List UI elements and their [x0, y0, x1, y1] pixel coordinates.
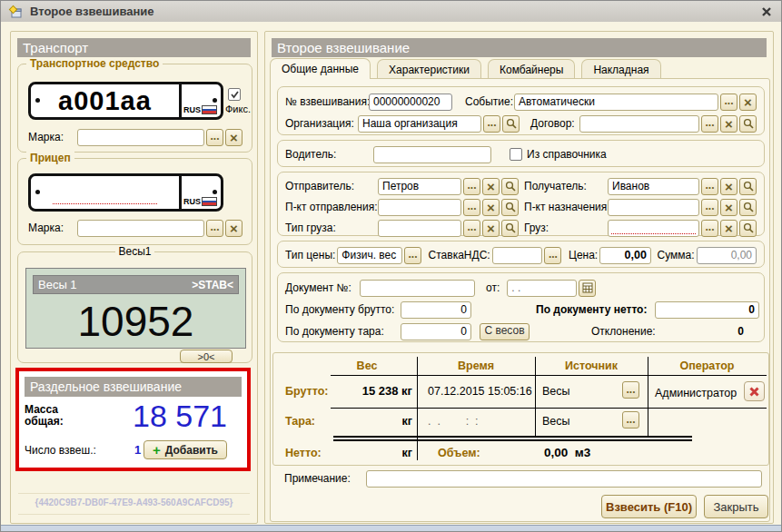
vehicle-brand-select-button[interactable]: ...	[206, 129, 223, 146]
cargo-type-input[interactable]	[378, 220, 461, 237]
organization-label: Организация:	[285, 117, 356, 130]
cargo-search-button[interactable]	[739, 220, 757, 237]
vehicle-plate-region: RUS	[179, 84, 221, 117]
close-icon	[761, 6, 772, 17]
cargo-type-clear-button[interactable]: ×	[482, 220, 500, 237]
deviation-value: 0	[737, 325, 744, 338]
departure-input[interactable]	[378, 199, 461, 216]
tab-general[interactable]: Общие данные	[270, 58, 371, 79]
weighing-number-input[interactable]: 00000000020	[369, 94, 452, 111]
price-type-input[interactable]: Физич. вес	[337, 247, 402, 264]
column-weight: Вес	[317, 360, 417, 372]
trailer-brand-input[interactable]	[77, 220, 204, 237]
departure-clear-button[interactable]: ×	[482, 199, 500, 216]
parties-groupbox: Отправитель: Петров ... × Получатель: Ив…	[277, 172, 765, 236]
contract-select-button[interactable]: ...	[701, 115, 718, 133]
receiver-input[interactable]: Иванов	[608, 178, 699, 195]
sender-clear-button[interactable]: ×	[482, 178, 500, 195]
volume-label: Объем:	[438, 447, 480, 459]
window-bottom-edge	[1, 525, 781, 531]
doc-net-input[interactable]: 0	[655, 301, 759, 319]
delete-gross-button[interactable]	[744, 381, 765, 401]
sender-select-button[interactable]: ...	[463, 178, 480, 195]
cargo-type-select-button[interactable]: ...	[463, 220, 480, 237]
close-form-button[interactable]: Закрыть	[704, 495, 768, 518]
organization-select-button[interactable]: ...	[483, 115, 500, 133]
organization-search-button[interactable]	[502, 115, 520, 133]
sum-input[interactable]: 0,00	[697, 247, 757, 264]
cargo-select-button[interactable]: ...	[701, 220, 718, 237]
doc-tare-input[interactable]: 0	[401, 323, 471, 340]
separate-weighing-box: Раздельное взвешивание Масса общая: 18 5…	[15, 368, 251, 471]
destination-clear-button[interactable]: ×	[720, 199, 737, 216]
driver-input[interactable]	[373, 146, 491, 163]
receiver-clear-button[interactable]: ×	[720, 178, 737, 195]
trailer-brand-label: Марка:	[28, 222, 75, 234]
destination-search-button[interactable]	[739, 199, 757, 216]
organization-input[interactable]: Наша организация	[358, 115, 481, 133]
magnifier-icon	[743, 202, 754, 212]
contract-search-button[interactable]	[739, 115, 757, 133]
tab-invoice[interactable]: Накладная	[581, 59, 660, 79]
contract-input[interactable]	[579, 115, 699, 133]
column-source: Источник	[535, 360, 648, 372]
document-date-label: от:	[486, 281, 500, 294]
receiver-search-button[interactable]	[739, 178, 757, 195]
total-divider	[333, 436, 692, 441]
departure-select-button[interactable]: ...	[463, 199, 480, 216]
trailer-brand-clear-button[interactable]: ×	[225, 220, 243, 237]
departure-search-button[interactable]	[501, 199, 519, 216]
tab-characteristics[interactable]: Характеристики	[377, 59, 481, 79]
form-guid: {4420C9B7-DB0F-47E9-A493-560A9CAFCD95}	[11, 498, 257, 507]
vat-select-button[interactable]: ...	[544, 247, 561, 264]
gross-weight: 15 238 кг	[317, 384, 412, 398]
document-date-input[interactable]: . .	[507, 280, 577, 297]
cargo-clear-button[interactable]: ×	[720, 220, 737, 237]
trailer-brand-select-button[interactable]: ...	[206, 220, 223, 237]
gross-source-select-button[interactable]: ...	[622, 381, 639, 399]
tare-source: Весы	[542, 415, 570, 428]
sender-search-button[interactable]	[501, 178, 519, 195]
scales-groupbox: Весы1 Весы 1 >STAB< 10952 >0<	[17, 251, 252, 363]
trailer-plate-input[interactable]: RUS	[28, 173, 223, 212]
cargo-type-search-button[interactable]	[501, 220, 519, 237]
add-weighing-button[interactable]: + Добавить	[144, 440, 227, 459]
destination-select-button[interactable]: ...	[701, 199, 718, 216]
vehicle-brand-input[interactable]	[77, 129, 204, 146]
document-date-calendar-button[interactable]	[579, 280, 596, 297]
sender-input[interactable]: Петров	[378, 178, 461, 195]
vehicle-plate-number: a001aa	[58, 86, 152, 116]
vat-input[interactable]	[492, 247, 543, 264]
doc-gross-input[interactable]: 0	[401, 301, 471, 319]
document-number-input[interactable]	[360, 280, 475, 297]
fixed-checkbox[interactable]	[228, 88, 241, 101]
cargo-input[interactable]	[608, 220, 699, 237]
tare-source-select-button[interactable]: ...	[622, 411, 639, 429]
scale-weight-value: 10952	[26, 294, 245, 348]
departure-label: П-кт отправления:	[285, 201, 376, 213]
from-catalog-checkbox[interactable]	[510, 148, 522, 161]
destination-input[interactable]	[608, 199, 699, 216]
weighing-count-label: Число взвеш.:	[25, 444, 96, 457]
weigh-button[interactable]: Взвесить (F10)	[601, 495, 697, 518]
price-type-select-button[interactable]: ...	[404, 247, 421, 264]
receiver-select-button[interactable]: ...	[701, 178, 718, 195]
vehicle-brand-clear-button[interactable]: ×	[225, 129, 243, 146]
contract-clear-button[interactable]: ×	[720, 115, 737, 133]
event-input[interactable]: Автоматически	[514, 94, 718, 111]
tare-weight: кг	[317, 415, 412, 428]
price-input[interactable]: 0,00	[599, 247, 651, 264]
zero-button[interactable]: >0<	[180, 350, 233, 363]
column-divider	[535, 357, 536, 436]
vehicle-plate-input[interactable]: a001aa RUS	[28, 82, 223, 120]
from-scales-button[interactable]: С весов	[480, 323, 530, 340]
plate-screw-left	[35, 98, 40, 103]
net-weight: кг	[317, 447, 412, 459]
tab-combines[interactable]: Комбайнеры	[488, 59, 575, 79]
note-input[interactable]	[366, 470, 762, 488]
event-select-button[interactable]: ...	[720, 94, 737, 111]
close-button[interactable]	[759, 5, 774, 19]
event-clear-button[interactable]: ×	[739, 94, 757, 111]
driver-groupbox: Водитель: Из справочника	[277, 140, 765, 167]
required-underline	[53, 203, 157, 204]
